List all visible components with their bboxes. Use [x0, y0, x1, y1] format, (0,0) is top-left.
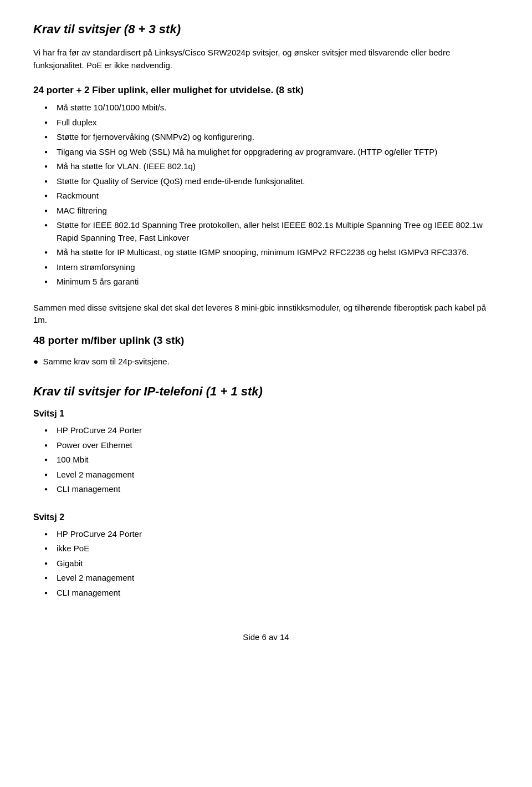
ports-24-heading: 24 porter + 2 Fiber uplink, eller muligh… [33, 85, 499, 96]
list-item: Rackmount [44, 190, 499, 202]
svitsj2-heading: Svitsj 2 [33, 512, 499, 522]
list-item: Level 2 management [44, 469, 499, 481]
list-item: 100 Mbit [44, 454, 499, 466]
list-item: Level 2 management [44, 572, 499, 585]
list-item: Støtte for fjernovervåking (SNMPv2) og k… [44, 131, 499, 144]
svitsj1-list: HP ProCurve 24 PorterPower over Ethernet… [33, 424, 499, 496]
list-item: ikke PoE [44, 542, 499, 555]
together-text: Sammen med disse svitsjene skal det skal… [33, 302, 499, 327]
ports-48-heading: 48 porter m/fiber uplink (3 stk) [33, 334, 499, 347]
list-item: Full duplex [44, 116, 499, 129]
list-item: Minimum 5 års garanti [44, 276, 499, 288]
svitsj2-list: HP ProCurve 24 Porterikke PoEGigabitLeve… [33, 528, 499, 600]
svitsj1-block: Svitsj 1 HP ProCurve 24 PorterPower over… [33, 409, 499, 496]
list-item: Støtte for IEEE 802.1d Spanning Tree pro… [44, 219, 499, 244]
ports-24-block: 24 porter + 2 Fiber uplink, eller muligh… [33, 85, 499, 288]
list-item: Støtte for Quality of Service (QoS) med … [44, 175, 499, 188]
page-number: Side 6 av 14 [243, 632, 289, 642]
ports-48-text: ● Samme krav som til 24p-svitsjene. [33, 356, 499, 368]
ports-48-block: 48 porter m/fiber uplink (3 stk) ● Samme… [33, 334, 499, 368]
svitsj2-block: Svitsj 2 HP ProCurve 24 Porterikke PoEGi… [33, 512, 499, 600]
list-item: Intern strømforsyning [44, 261, 499, 274]
list-item: MAC filtrering [44, 205, 499, 217]
svitsj1-heading: Svitsj 1 [33, 409, 499, 419]
list-item: Tilgang via SSH og Web (SSL) Må ha mulig… [44, 146, 499, 159]
list-item: HP ProCurve 24 Porter [44, 528, 499, 541]
list-item: HP ProCurve 24 Porter [44, 424, 499, 437]
list-item: CLI management [44, 483, 499, 496]
list-item: Må ha støtte for VLAN. (IEEE 802.1q) [44, 160, 499, 173]
ip-section-title: Krav til svitsjer for IP-telefoni (1 + 1… [33, 384, 499, 399]
intro-text: Vi har fra før av standardisert på Links… [33, 47, 499, 72]
requirements-list: Må støtte 10/100/1000 Mbit/s.Full duplex… [33, 101, 499, 288]
list-item: Gigabit [44, 557, 499, 570]
ip-section: Krav til svitsjer for IP-telefoni (1 + 1… [33, 384, 499, 599]
list-item: Må støtte 10/100/1000 Mbit/s. [44, 101, 499, 114]
main-title-block: Krav til svitsjer (8 + 3 stk) Vi har fra… [33, 22, 499, 72]
list-item: CLI management [44, 587, 499, 600]
main-title: Krav til svitsjer (8 + 3 stk) [33, 22, 499, 37]
list-item: Power over Ethernet [44, 439, 499, 452]
list-item: Må ha støtte for IP Multicast, og støtte… [44, 246, 499, 259]
footer: Side 6 av 14 [33, 632, 499, 642]
